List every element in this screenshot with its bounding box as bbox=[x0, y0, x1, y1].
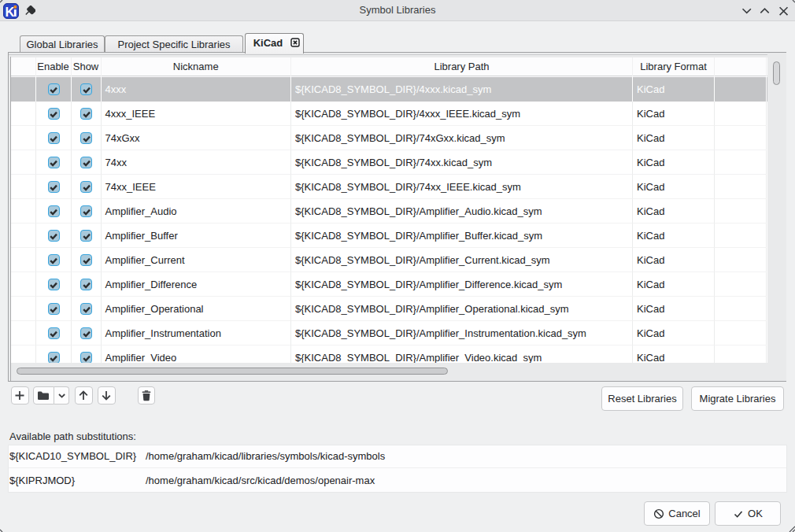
svg-text:K: K bbox=[6, 5, 15, 19]
